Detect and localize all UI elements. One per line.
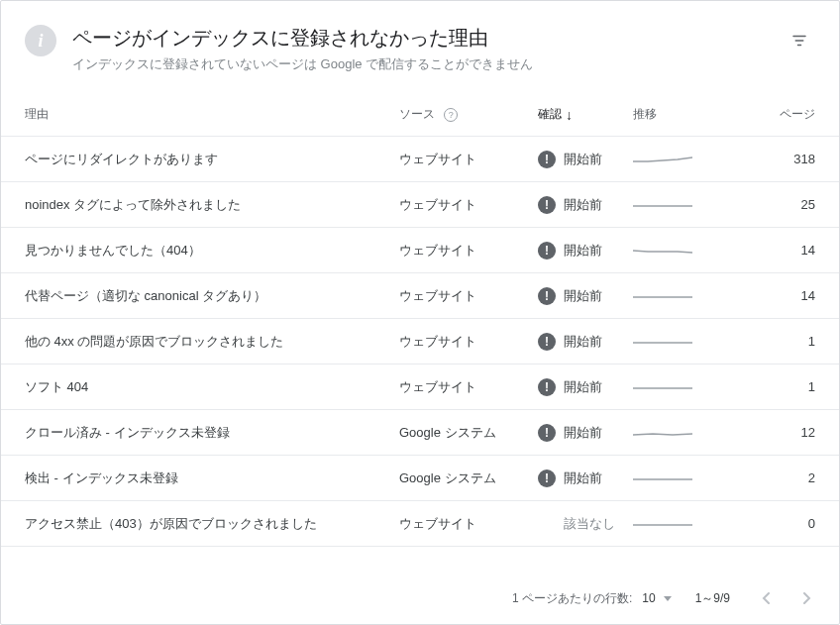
status-badge-icon: !: [538, 196, 556, 214]
col-header-pages[interactable]: ページ: [744, 106, 815, 123]
trend-cell: [633, 380, 744, 394]
rows-per-page-label: 1 ページあたりの行数:: [512, 590, 632, 607]
confirm-text: 開始前: [564, 242, 602, 260]
confirm-cell: 該当なし: [538, 515, 633, 533]
confirm-cell: !開始前: [538, 424, 633, 442]
pages-cell: 318: [744, 152, 815, 166]
table-row[interactable]: ページにリダイレクトがありますウェブサイト!開始前318: [1, 137, 839, 182]
chevron-down-icon: [664, 596, 672, 601]
status-badge-icon: !: [538, 151, 556, 168]
sparkline: [633, 517, 692, 531]
reason-cell: 他の 4xx の問題が原因でブロックされました: [25, 333, 399, 351]
col-header-reason[interactable]: 理由: [25, 106, 399, 123]
header-text: ページがインデックスに登録されなかった理由 インデックスに登録されていないページ…: [72, 25, 788, 73]
source-cell: ウェブサイト: [399, 515, 538, 533]
pages-cell: 1: [744, 334, 815, 349]
status-badge-icon: !: [538, 333, 556, 351]
status-badge-icon: !: [538, 424, 556, 442]
source-cell: ウェブサイト: [399, 333, 538, 351]
pages-cell: 14: [744, 288, 815, 303]
reason-cell: ページにリダイレクトがあります: [25, 151, 399, 168]
pages-cell: 25: [744, 197, 815, 212]
confirm-text: 開始前: [564, 151, 602, 168]
pages-cell: 0: [744, 516, 815, 531]
source-cell: ウェブサイト: [399, 378, 538, 396]
sparkline: [633, 153, 692, 166]
trend-cell: [633, 335, 744, 349]
source-cell: ウェブサイト: [399, 196, 538, 214]
prev-page-button[interactable]: [754, 586, 778, 610]
confirm-text: 開始前: [564, 424, 602, 442]
card-container: i ページがインデックスに登録されなかった理由 インデックスに登録されていないペ…: [0, 0, 840, 625]
table-row[interactable]: アクセス禁止（403）が原因でブロックされましたウェブサイト該当なし0: [1, 501, 839, 547]
pages-cell: 1: [744, 379, 815, 394]
sparkline: [633, 426, 692, 440]
reason-cell: クロール済み - インデックス未登録: [25, 424, 399, 442]
confirm-cell: !開始前: [538, 287, 633, 305]
next-page-button[interactable]: [795, 586, 819, 610]
rows-per-page-select[interactable]: 10: [642, 591, 671, 605]
confirm-cell: !開始前: [538, 469, 633, 487]
trend-cell: [633, 289, 744, 303]
table-row[interactable]: クロール済み - インデックス未登録Google システム!開始前12: [1, 410, 839, 456]
table-row[interactable]: 代替ページ（適切な canonical タグあり）ウェブサイト!開始前14: [1, 273, 839, 319]
source-cell: ウェブサイト: [399, 242, 538, 260]
table-footer: 1 ページあたりの行数: 10 1～9/9: [1, 573, 839, 624]
pages-cell: 2: [744, 470, 815, 485]
col-header-trend[interactable]: 推移: [633, 106, 744, 123]
col-header-confirm[interactable]: 確認 ↓: [538, 106, 633, 123]
sort-arrow-down-icon: ↓: [566, 107, 573, 123]
trend-cell: [633, 153, 744, 166]
confirm-text: 開始前: [564, 378, 602, 396]
confirm-text: 開始前: [564, 333, 602, 351]
trend-cell: [633, 471, 744, 485]
table-row[interactable]: 見つかりませんでした（404）ウェブサイト!開始前14: [1, 228, 839, 273]
pages-cell: 12: [744, 425, 815, 440]
col-header-source[interactable]: ソース ?: [399, 106, 538, 123]
source-cell: ウェブサイト: [399, 287, 538, 305]
page-title: ページがインデックスに登録されなかった理由: [72, 25, 788, 52]
table-row[interactable]: ソフト 404ウェブサイト!開始前1: [1, 365, 839, 410]
trend-cell: [633, 517, 744, 531]
source-cell: Google システム: [399, 424, 538, 442]
rows-per-page: 1 ページあたりの行数: 10: [512, 590, 672, 607]
reason-cell: ソフト 404: [25, 378, 399, 396]
source-cell: ウェブサイト: [399, 151, 538, 168]
reason-cell: 検出 - インデックス未登録: [25, 469, 399, 487]
table-row[interactable]: 検出 - インデックス未登録Google システム!開始前2: [1, 456, 839, 501]
reason-cell: 代替ページ（適切な canonical タグあり）: [25, 287, 399, 305]
table-row[interactable]: 他の 4xx の問題が原因でブロックされましたウェブサイト!開始前1: [1, 319, 839, 365]
confirm-cell: !開始前: [538, 242, 633, 260]
chevron-left-icon: [762, 592, 770, 604]
status-badge-icon: !: [538, 378, 556, 396]
sparkline: [633, 380, 692, 394]
status-badge-icon: !: [538, 469, 556, 487]
confirm-na-text: 該当なし: [538, 515, 615, 533]
card-header: i ページがインデックスに登録されなかった理由 インデックスに登録されていないペ…: [1, 1, 839, 93]
confirm-cell: !開始前: [538, 196, 633, 214]
rows-value: 10: [642, 591, 655, 605]
status-badge-icon: !: [538, 287, 556, 305]
confirm-text: 開始前: [564, 287, 602, 305]
table-header-row: 理由 ソース ? 確認 ↓ 推移 ページ: [1, 93, 839, 137]
reason-cell: アクセス禁止（403）が原因でブロックされました: [25, 515, 399, 533]
chevron-right-icon: [803, 592, 811, 604]
sparkline: [633, 471, 692, 485]
reason-cell: 見つかりませんでした（404）: [25, 242, 399, 260]
trend-cell: [633, 244, 744, 258]
confirm-cell: !開始前: [538, 378, 633, 396]
page-subtitle: インデックスに登録されていないページは Google で配信することができません: [72, 55, 788, 73]
trend-cell: [633, 426, 744, 440]
help-icon[interactable]: ?: [444, 108, 458, 122]
sparkline: [633, 289, 692, 303]
table-row[interactable]: noindex タグによって除外されましたウェブサイト!開始前25: [1, 182, 839, 228]
filter-button[interactable]: [788, 29, 811, 52]
confirm-text: 開始前: [564, 469, 602, 487]
status-badge-icon: !: [538, 242, 556, 260]
reason-cell: noindex タグによって除外されました: [25, 196, 399, 214]
pages-cell: 14: [744, 243, 815, 258]
sparkline: [633, 244, 692, 258]
sparkline: [633, 198, 692, 212]
confirm-cell: !開始前: [538, 151, 633, 168]
trend-cell: [633, 198, 744, 212]
